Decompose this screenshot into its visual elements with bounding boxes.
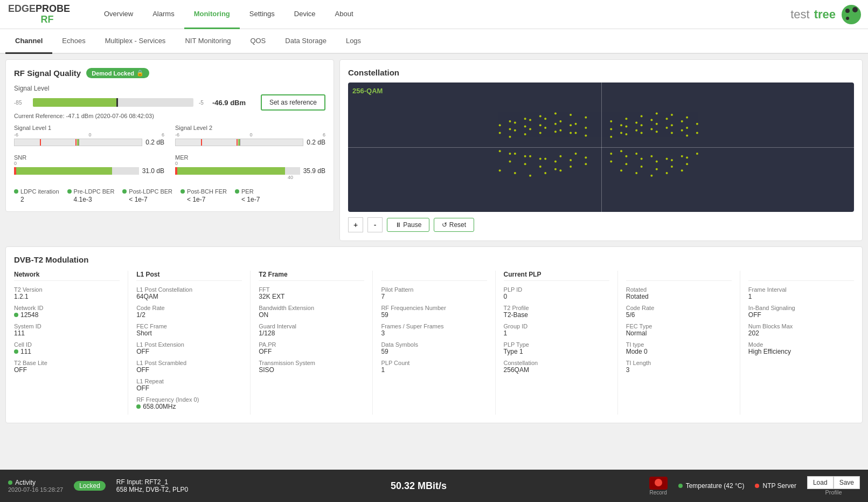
l1const-value: 64QAM xyxy=(136,293,242,300)
t2prof-value: T2-Base xyxy=(504,311,609,319)
sl2-value: 0.2 dB xyxy=(307,139,325,146)
mode-value: High Efficiency xyxy=(748,348,854,355)
testtree-icon xyxy=(840,3,863,26)
svg-point-38 xyxy=(671,159,673,161)
mer-value: 35.9 dB xyxy=(303,167,325,175)
rot-value: Rotated xyxy=(626,293,732,300)
coderate-value: 1/2 xyxy=(136,311,242,319)
testtree-logo: testtree xyxy=(790,3,863,26)
pp-value: 7 xyxy=(381,293,487,300)
rffreqnum-value: 59 xyxy=(381,311,487,319)
subnav-multiplex[interactable]: Multiplex - Services xyxy=(95,29,176,54)
sl1-bar xyxy=(14,139,142,146)
networkid-dot xyxy=(14,313,18,317)
pause-button[interactable]: ⏸ Pause xyxy=(387,218,429,232)
app-logo: EDGEPROBE RF xyxy=(0,4,94,25)
mod-section-frameinterval: Frame Interval 1 In-Band Signaling OFF N… xyxy=(748,271,854,415)
subnav-datastorage[interactable]: Data Storage xyxy=(275,29,336,54)
t2baselite-label: T2 Base Lite xyxy=(14,360,120,366)
mod-section-t2frame2: Pilot Pattern 7 RF Frequencies Number 59… xyxy=(381,271,495,415)
testtree-logo-area: testtree xyxy=(790,3,863,26)
mod-l1post-title: L1 Post xyxy=(136,271,242,281)
subnav-logs[interactable]: Logs xyxy=(336,29,371,54)
plptype-label: PLP Type xyxy=(504,341,609,348)
reset-button[interactable]: ↺ Reset xyxy=(434,218,474,232)
t2baselite-value: OFF xyxy=(14,366,120,374)
subnav-nit[interactable]: NIT Monitoring xyxy=(175,29,240,54)
mer-ticks: 0 xyxy=(175,161,325,166)
sl1-value: 0.2 dB xyxy=(145,139,164,146)
zoom-in-button[interactable]: + xyxy=(348,217,363,232)
mod-section-network: Network T2 Version 1.2.1 Network ID 1254… xyxy=(14,271,128,415)
signal-bar-fill xyxy=(33,98,116,107)
postldpc-value: < 1e-7 xyxy=(122,196,172,203)
constellation-panel: Constellation 256-QAM xyxy=(339,59,863,241)
postbch-dot xyxy=(180,189,185,194)
mod-l1extension: L1 Post Extension OFF xyxy=(136,341,242,355)
nav-overview[interactable]: Overview xyxy=(94,0,143,29)
nav-about[interactable]: About xyxy=(325,0,363,29)
svg-point-47 xyxy=(625,163,627,165)
svg-point-107 xyxy=(529,175,531,177)
svg-point-9 xyxy=(686,116,688,119)
subnav-echoes[interactable]: Echoes xyxy=(52,29,95,54)
l1ext-label: L1 Post Extension xyxy=(136,341,242,348)
svg-point-104 xyxy=(585,163,587,165)
nbm-value: 202 xyxy=(748,329,854,337)
snr-bar-row: 31.0 dB xyxy=(14,167,164,175)
svg-point-18 xyxy=(641,124,643,126)
nav-alarms[interactable]: Alarms xyxy=(143,0,184,29)
mod-coderate2: Code Rate 5/6 xyxy=(626,305,732,319)
svg-point-87 xyxy=(509,153,511,155)
subnav-channel[interactable]: Channel xyxy=(5,29,52,54)
svg-point-63 xyxy=(499,124,501,126)
rffreqnum-label: RF Frequencies Number xyxy=(381,305,487,311)
nav-monitoring[interactable]: Monitoring xyxy=(184,0,240,29)
signal-level-label: Signal Level xyxy=(14,85,325,92)
top-navigation: EDGEPROBE RF Overview Alarms Monitoring … xyxy=(0,0,868,29)
svg-point-55 xyxy=(666,172,668,174)
mer-item: MER 0 35.9 dB 40 xyxy=(175,154,325,180)
per-value: < 1e-7 xyxy=(235,196,260,203)
constellation-svg xyxy=(348,82,854,212)
svg-point-91 xyxy=(570,159,572,161)
constellation-controls: + - ⏸ Pause ↺ Reset xyxy=(348,217,854,232)
set-reference-button[interactable]: Set as reference xyxy=(261,94,325,111)
titype-value: Mode 0 xyxy=(626,348,732,355)
modulation-card: DVB-T2 Modulation Network T2 Version 1.2… xyxy=(5,246,863,423)
nav-device[interactable]: Device xyxy=(284,0,325,29)
sub-navigation: Channel Echoes Multiplex - Services NIT … xyxy=(0,29,868,54)
nav-settings[interactable]: Settings xyxy=(240,0,284,29)
svg-point-25 xyxy=(666,127,668,129)
svg-point-83 xyxy=(539,132,541,134)
svg-point-5 xyxy=(625,118,627,120)
mod-t2frame2-title xyxy=(381,271,487,281)
svg-point-13 xyxy=(666,118,668,120)
systemid-label: System ID xyxy=(14,323,120,329)
svg-point-66 xyxy=(544,118,546,120)
mer-min: 0 xyxy=(175,161,178,166)
svg-point-37 xyxy=(656,160,658,162)
ds-label: Data Symbols xyxy=(381,341,487,348)
mod-section-currentplp: Current PLP PLP ID 0 T2 Profile T2-Base … xyxy=(504,271,618,415)
zoom-out-button[interactable]: - xyxy=(367,217,383,232)
mod-cellid: Cell ID 111 xyxy=(14,341,120,355)
mod-section-t2frame: T2 Frame FFT 32K EXT Bandwidth Extension… xyxy=(259,271,373,415)
svg-point-109 xyxy=(559,169,561,171)
mod-coderate: Code Rate 1/2 xyxy=(136,305,242,319)
svg-point-79 xyxy=(559,129,561,132)
sl1-val-marker xyxy=(77,139,79,146)
svg-point-3 xyxy=(846,17,849,20)
cellid-value: 111 xyxy=(14,348,120,355)
subnav-qos[interactable]: QOS xyxy=(240,29,275,54)
preldpc-label-text: Pre-LDPC BER xyxy=(74,188,115,195)
l1const-label: L1 Post Constellation xyxy=(136,286,242,293)
svg-point-26 xyxy=(681,129,683,132)
papr-label: PA.PR xyxy=(259,341,364,348)
svg-point-84 xyxy=(554,130,557,133)
svg-point-78 xyxy=(544,127,546,129)
svg-point-54 xyxy=(650,175,652,177)
svg-point-48 xyxy=(641,166,643,168)
mer-bar-row: 35.9 dB xyxy=(175,167,325,175)
per-label: PER xyxy=(235,188,260,195)
